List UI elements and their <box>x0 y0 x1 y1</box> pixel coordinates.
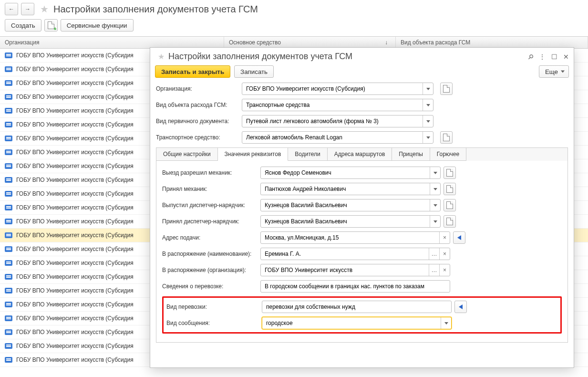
transport-kind-fill-button[interactable] <box>454 301 467 313</box>
dialog-favorite-star-icon[interactable]: ★ <box>158 52 165 61</box>
mechanic-out-input[interactable] <box>261 167 430 178</box>
order-name-clear-icon[interactable]: × <box>439 248 450 260</box>
row-org-text: ГОБУ ВПО Университет искусств (Субсидия <box>16 177 134 183</box>
doc-input[interactable] <box>242 115 423 127</box>
message-kind-input[interactable] <box>262 317 441 329</box>
mechanic-in-open-button[interactable] <box>444 183 456 195</box>
vehicle-input[interactable] <box>242 132 423 143</box>
order-name-label: В распоряжение (наименование): <box>162 251 260 257</box>
service-functions-button[interactable]: Сервисные функции <box>61 19 134 31</box>
create-button[interactable]: Создать <box>5 19 41 31</box>
record-icon <box>5 219 12 224</box>
row-org-text: ГОБУ ВПО Университет искусств (Субсидия <box>16 218 134 225</box>
row-org-text: ГОБУ ВПО Университет искусств (Субсидия <box>16 356 134 363</box>
column-os-label: Основное средство <box>229 39 281 46</box>
order-name-input[interactable] <box>261 248 429 260</box>
order-org-input[interactable] <box>261 264 429 276</box>
dispatcher-in-dropdown-icon[interactable] <box>430 216 440 227</box>
tab-3[interactable]: Адреса маршрутов <box>328 148 392 161</box>
row-org-text: ГОБУ ВПО Университет искусств (Субсидия <box>16 107 134 114</box>
maximize-icon[interactable]: ☐ <box>551 53 557 61</box>
address-fill-button[interactable] <box>453 231 465 244</box>
vehicle-label: Транспортное средство: <box>156 134 238 141</box>
dispatcher-out-open-button[interactable] <box>444 199 456 211</box>
org-input[interactable] <box>242 83 423 94</box>
record-icon <box>5 66 12 72</box>
order-org-select-icon[interactable]: … <box>429 264 439 276</box>
vehicle-open-button[interactable] <box>440 131 453 144</box>
record-icon <box>5 232 12 238</box>
save-and-close-button[interactable]: Записать и закрыть <box>155 65 230 78</box>
record-icon <box>5 94 12 100</box>
message-kind-label: Вид сообщения: <box>164 320 262 326</box>
page-title: Настройки заполнения документов учета ГС… <box>53 4 258 15</box>
tab-4[interactable]: Прицепы <box>392 148 430 161</box>
kebab-menu-icon[interactable]: ⋮ <box>539 53 546 61</box>
dispatcher-out-dropdown-icon[interactable] <box>430 199 440 211</box>
open-icon <box>446 218 453 225</box>
address-clear-icon[interactable]: × <box>439 232 450 243</box>
tab-1[interactable]: Значения реквизитов <box>218 148 289 161</box>
dispatcher-out-input[interactable] <box>261 199 430 211</box>
tab-2[interactable]: Водители <box>288 148 327 161</box>
row-org-text: ГОБУ ВПО Университет искусств (Субсидия <box>16 315 134 322</box>
mechanic-in-dropdown-icon[interactable] <box>430 183 440 195</box>
tab-0[interactable]: Общие настройки <box>156 148 218 161</box>
arrow-left-icon <box>459 304 463 309</box>
column-org[interactable]: Организация <box>0 37 224 48</box>
org-dropdown-icon[interactable] <box>423 83 433 94</box>
order-org-label: В распоряжение (организация): <box>162 267 260 273</box>
record-icon <box>5 52 12 58</box>
doc-dropdown-icon[interactable] <box>423 115 433 127</box>
nav-back-button[interactable]: ← <box>5 3 18 15</box>
row-org-text: ГОБУ ВПО Университет искусств (Субсидия <box>16 94 134 100</box>
row-org-text: ГОБУ ВПО Университет искусств (Субсидия <box>16 66 134 73</box>
record-icon <box>5 274 12 280</box>
record-icon <box>5 136 12 141</box>
dispatcher-in-open-button[interactable] <box>444 215 456 228</box>
save-button[interactable]: Записать <box>234 65 274 78</box>
order-name-select-icon[interactable]: … <box>429 248 439 260</box>
message-kind-dropdown-icon[interactable] <box>441 317 451 329</box>
copy-template-button[interactable] <box>44 19 58 31</box>
column-os[interactable]: Основное средство ↓ <box>224 37 396 48</box>
dialog-title: Настройки заполнения документов учета ГС… <box>168 52 528 62</box>
row-org-text: ГОБУ ВПО Университет искусств (Субсидия <box>16 246 134 252</box>
org-open-button[interactable] <box>440 83 453 95</box>
mechanic-in-label: Принял механик: <box>162 186 260 192</box>
order-org-clear-icon[interactable]: × <box>439 264 450 276</box>
open-icon <box>446 201 453 209</box>
mechanic-out-open-button[interactable] <box>444 167 456 179</box>
record-icon <box>5 302 12 307</box>
nav-forward-button[interactable]: → <box>21 3 34 15</box>
record-icon <box>5 315 12 321</box>
row-org-text: ГОБУ ВПО Университет искусств (Субсидия <box>16 80 134 86</box>
more-button[interactable]: Еще <box>539 65 569 78</box>
row-org-text: ГОБУ ВПО Университет искусств (Субсидия <box>16 301 134 308</box>
row-org-text: ГОБУ ВПО Университет искусств (Субсидия <box>16 343 134 349</box>
dispatcher-out-label: Выпустил диспетчер-нарядчик: <box>162 202 260 209</box>
mechanic-out-dropdown-icon[interactable] <box>430 167 440 178</box>
transport-kind-input[interactable] <box>262 301 451 313</box>
record-icon <box>5 80 12 86</box>
column-kind[interactable]: Вид объекта расхода ГСМ <box>396 37 588 48</box>
close-icon[interactable]: ✕ <box>563 53 569 61</box>
record-icon <box>5 108 12 114</box>
transport-info-input[interactable] <box>261 281 450 292</box>
row-org-text: ГОБУ ВПО Университет искусств (Субсидия <box>16 329 134 335</box>
transport-kind-label: Вид перевозки: <box>164 304 262 310</box>
vehicle-dropdown-icon[interactable] <box>423 132 433 143</box>
mechanic-out-label: Выезд разрешил механик: <box>162 169 260 176</box>
kind-label: Вид объекта расхода ГСМ: <box>156 102 238 108</box>
mechanic-in-input[interactable] <box>261 183 430 195</box>
record-icon <box>5 343 12 349</box>
kind-dropdown-icon[interactable] <box>423 99 433 111</box>
kind-input[interactable] <box>242 99 423 111</box>
row-org-text: ГОБУ ВПО Университет искусств (Субсидия <box>16 232 134 239</box>
row-org-text: ГОБУ ВПО Университет искусств (Субсидия <box>16 260 134 266</box>
tab-5[interactable]: Горючее <box>430 148 466 161</box>
dispatcher-in-input[interactable] <box>261 216 430 227</box>
favorite-star-icon[interactable]: ★ <box>40 3 49 15</box>
document-plus-icon <box>48 21 54 29</box>
address-input[interactable] <box>261 232 439 243</box>
